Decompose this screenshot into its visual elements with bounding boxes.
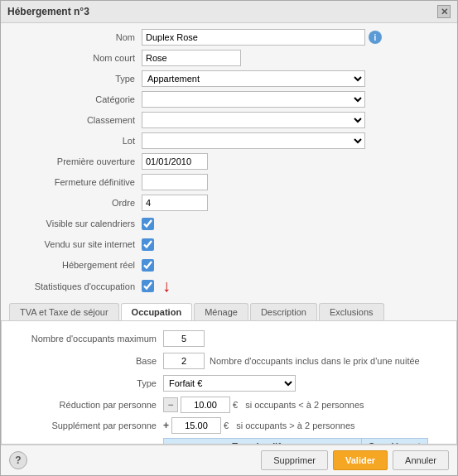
reduction-label: Réduction par personne xyxy=(10,400,163,410)
nom-label: Nom xyxy=(9,32,142,42)
ordre-input[interactable] xyxy=(142,195,208,211)
nom-court-input[interactable] xyxy=(142,50,241,66)
type-occ-row: Type Forfait € xyxy=(10,374,448,392)
tab-occupation[interactable]: Occupation xyxy=(121,303,193,320)
hebergement-reel-label: Hébergement réel xyxy=(9,260,142,270)
content-area: Nom i Nom court Type Appartement Catégor… xyxy=(1,23,457,445)
lot-select[interactable] xyxy=(142,132,365,149)
reduction-row: Réduction par personne − € si occupants … xyxy=(10,397,448,413)
cancel-button[interactable]: Annuler xyxy=(393,450,449,470)
supplement-row: Supplément par personne + € si occupants… xyxy=(10,417,448,434)
table-header-tranche: Tranche d'âge xyxy=(164,439,362,445)
premiere-ouverture-label: Première ouverture xyxy=(9,156,142,166)
supplement-condition: si occupants > à 2 personnes xyxy=(236,421,354,430)
ordre-row: Ordre xyxy=(9,194,449,212)
nom-court-row: Nom court xyxy=(9,49,449,67)
lot-label: Lot xyxy=(9,136,142,146)
vendu-internet-checkbox[interactable] xyxy=(142,238,154,251)
form-section: Nom i Nom court Type Appartement Catégor… xyxy=(1,23,457,303)
categorie-row: Catégorie xyxy=(9,90,449,108)
reduction-condition: si occupants < à 2 personnes xyxy=(245,400,364,410)
validate-button[interactable]: Valider xyxy=(333,450,388,470)
classement-select[interactable] xyxy=(142,112,365,128)
type-select[interactable]: Appartement xyxy=(142,70,365,87)
fermeture-definitive-label: Fermeture définitive xyxy=(9,177,142,187)
nb-occupants-row: Nombre d'occupants maximum xyxy=(10,329,448,348)
visible-calendriers-row: Visible sur calendriers xyxy=(9,214,449,233)
supplement-plus-sign: + xyxy=(163,420,169,431)
nb-occupants-label: Nombre d'occupants maximum xyxy=(10,334,163,344)
info-icon[interactable]: i xyxy=(369,31,382,44)
vendu-internet-row: Vendu sur site internet xyxy=(9,235,449,253)
fermeture-definitive-input[interactable] xyxy=(142,174,208,190)
nom-court-label: Nom court xyxy=(9,53,142,63)
visible-calendriers-label: Visible sur calendriers xyxy=(9,219,142,228)
close-button[interactable]: ✕ xyxy=(437,5,451,18)
classement-label: Classement xyxy=(9,115,142,125)
footer-left: ? xyxy=(9,451,27,469)
vendu-internet-label: Vendu sur site internet xyxy=(9,239,142,249)
ordre-label: Ordre xyxy=(9,198,142,208)
main-window: Hébergement n°3 ✕ Nom i Nom court Type A… xyxy=(0,0,458,476)
supplement-euro: € xyxy=(224,421,229,430)
delete-button[interactable]: Supprimer xyxy=(261,450,328,470)
type-label: Type xyxy=(9,74,142,84)
supplement-table: Tranche d'âge Supplément moins de 1 an0.… xyxy=(163,438,428,445)
tabs-container: TVA et Taxe de séjour Occupation Ménage … xyxy=(1,303,457,321)
nom-row: Nom i xyxy=(9,28,449,46)
statistiques-occupation-checkbox[interactable] xyxy=(142,280,154,292)
footer: ? Supprimer Valider Annuler xyxy=(1,445,457,475)
help-button[interactable]: ? xyxy=(9,451,27,469)
hebergement-reel-row: Hébergement réel xyxy=(9,256,449,274)
type-occ-select[interactable]: Forfait € xyxy=(163,375,296,392)
window-title: Hébergement n°3 xyxy=(7,6,89,17)
tab-tva[interactable]: TVA et Taxe de séjour xyxy=(9,303,119,320)
base-label: Base xyxy=(10,356,163,366)
base-row: Base Nombre d'occupants inclus dans le p… xyxy=(10,352,448,370)
categorie-select[interactable] xyxy=(142,91,365,108)
premiere-ouverture-input[interactable] xyxy=(142,153,208,170)
occupation-section: Nombre d'occupants maximum Base Nombre d… xyxy=(10,329,448,445)
premiere-ouverture-row: Première ouverture xyxy=(9,152,449,171)
base-desc: Nombre d'occupants inclus dans le prix d… xyxy=(210,356,420,366)
type-occ-label: Type xyxy=(10,378,163,388)
categorie-label: Catégorie xyxy=(9,94,142,104)
nb-occupants-input[interactable] xyxy=(163,330,205,347)
tab-description[interactable]: Description xyxy=(250,303,317,320)
nom-input[interactable] xyxy=(142,29,365,46)
supplement-label: Supplément par personne xyxy=(10,421,163,430)
classement-row: Classement xyxy=(9,111,449,129)
supplement-enfants-content: Tranche d'âge Supplément moins de 1 an0.… xyxy=(163,438,453,445)
tab-menage[interactable]: Ménage xyxy=(194,303,248,320)
fermeture-definitive-row: Fermeture définitive xyxy=(9,173,449,191)
supplement-input[interactable] xyxy=(171,417,221,434)
statistiques-occupation-row: Statistiques d'occupation ↓ xyxy=(9,276,449,296)
type-row: Type Appartement xyxy=(9,70,449,88)
hebergement-reel-checkbox[interactable] xyxy=(142,259,154,272)
occupation-tab-content: Nombre d'occupants maximum Base Nombre d… xyxy=(1,321,457,445)
reduction-euro: € xyxy=(233,400,238,410)
titlebar: Hébergement n°3 ✕ xyxy=(1,1,457,23)
visible-calendriers-checkbox[interactable] xyxy=(142,218,154,230)
base-input[interactable] xyxy=(163,353,205,369)
tab-exclusions[interactable]: Exclusions xyxy=(319,303,384,320)
arrow-indicator: ↓ xyxy=(162,276,171,296)
lot-row: Lot xyxy=(9,132,449,150)
reduction-input[interactable] xyxy=(181,397,230,413)
footer-right: Supprimer Valider Annuler xyxy=(261,450,449,470)
table-header-supplement: Supplément xyxy=(362,439,428,445)
supplement-enfants-row: Supplément enfants Tranche d'âge Supplém… xyxy=(10,438,448,445)
reduction-minus-btn[interactable]: − xyxy=(163,397,178,412)
statistiques-occupation-label: Statistiques d'occupation xyxy=(9,281,142,291)
